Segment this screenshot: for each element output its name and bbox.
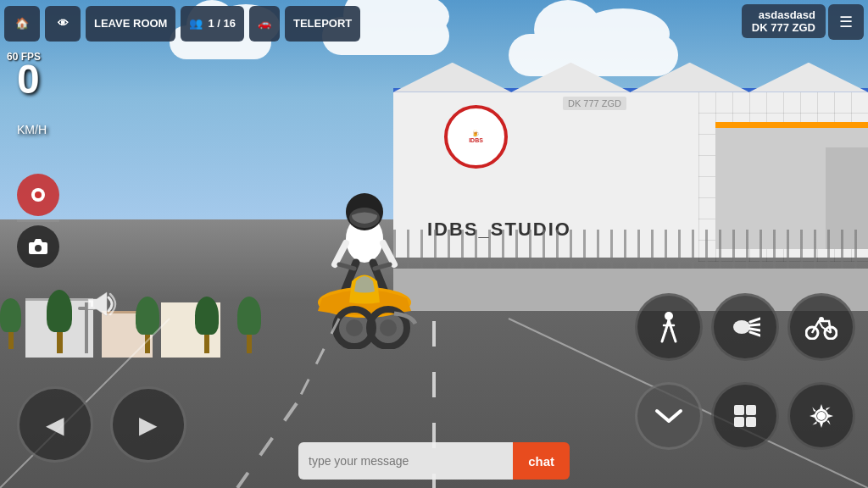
svg-line-4 [383, 243, 394, 264]
chat-bar: chat [298, 442, 570, 480]
dpad-left-button[interactable]: ◀ [17, 386, 93, 463]
building-plate: DK 777 ZGD [563, 97, 626, 110]
top-bar: 🏠 👁 LEAVE ROOM 👥 1 / 16 🚗 TELEPORT [0, 0, 868, 47]
right-arrow-icon: ▶ [139, 411, 158, 439]
home-icon: 🏠 [15, 17, 29, 30]
svg-rect-39 [746, 417, 756, 427]
bike-mode-button[interactable] [787, 293, 855, 361]
horn-button[interactable] [85, 289, 119, 323]
vehicle-button[interactable]: 🚗 [249, 6, 280, 42]
players-icon: 👥 [189, 17, 203, 30]
svg-line-30 [750, 324, 760, 325]
players-count: 1 / 16 [208, 17, 236, 30]
dpad-right-button[interactable]: ▶ [110, 386, 186, 463]
svg-point-11 [380, 319, 397, 336]
record-icon [28, 185, 48, 205]
controls-divider [17, 219, 59, 222]
camera-button[interactable] [17, 225, 59, 268]
menu-button[interactable]: ☰ [828, 4, 864, 40]
right-controls-bottom [635, 382, 855, 450]
svg-line-31 [750, 329, 760, 330]
leave-room-label: LEAVE ROOM [94, 17, 167, 30]
left-arrow-icon: ◀ [46, 411, 64, 439]
settings-button[interactable] [787, 382, 855, 450]
leave-room-button[interactable]: LEAVE ROOM [86, 6, 175, 42]
svg-line-29 [750, 319, 760, 322]
lights-button[interactable] [711, 293, 779, 361]
walk-mode-button[interactable] [635, 293, 703, 361]
right-controls-top [635, 293, 855, 361]
svg-line-26 [672, 331, 676, 341]
record-camera-controls [17, 174, 59, 268]
camera-icon [27, 237, 49, 256]
chat-send-label: chat [528, 454, 554, 469]
svg-rect-37 [746, 405, 756, 415]
svg-point-21 [35, 245, 42, 252]
down-chevron-button[interactable] [635, 382, 703, 450]
svg-point-33 [806, 327, 818, 339]
teleport-label: TELEPORT [293, 17, 352, 30]
chat-send-button[interactable]: chat [513, 442, 570, 480]
motorcycle [288, 163, 441, 332]
svg-line-3 [335, 243, 346, 264]
menu-icon: ☰ [839, 13, 853, 31]
record-button[interactable] [17, 174, 59, 216]
svg-line-32 [750, 332, 760, 336]
dpad-container: ◀ ▶ [17, 386, 186, 463]
player-info: asdasdasd DK 777 ZGD [742, 4, 826, 38]
gear-settings-icon [808, 402, 835, 430]
players-button[interactable]: 👥 1 / 16 [181, 6, 244, 42]
inventory-button[interactable] [711, 382, 779, 450]
svg-point-28 [733, 320, 750, 334]
svg-rect-36 [734, 405, 744, 415]
speed-value: 0 [17, 57, 40, 102]
horn-icon [85, 289, 119, 319]
home-button[interactable]: 🏠 [4, 6, 40, 42]
chat-input[interactable] [298, 442, 513, 480]
player-plate: DK 777 ZGD [752, 21, 815, 34]
svg-line-25 [662, 331, 665, 341]
svg-point-42 [819, 413, 824, 419]
teleport-button[interactable]: TELEPORT [285, 6, 360, 42]
svg-point-19 [35, 191, 42, 198]
svg-rect-38 [734, 417, 744, 427]
player-username: asdasdasd [752, 8, 815, 21]
eye-icon: 👁 [58, 17, 69, 30]
vehicle-icon: 🚗 [258, 17, 271, 30]
bike-icon [805, 314, 837, 340]
lights-icon [730, 313, 760, 341]
speedometer: 0 KM/H [17, 59, 47, 141]
svg-point-9 [346, 319, 363, 336]
eye-button[interactable]: 👁 [45, 6, 81, 42]
speed-unit: KM/H [17, 123, 47, 136]
svg-point-35 [819, 317, 824, 322]
chevron-down-icon [654, 404, 684, 428]
walk-icon [655, 311, 682, 343]
inventory-icon [732, 402, 759, 430]
